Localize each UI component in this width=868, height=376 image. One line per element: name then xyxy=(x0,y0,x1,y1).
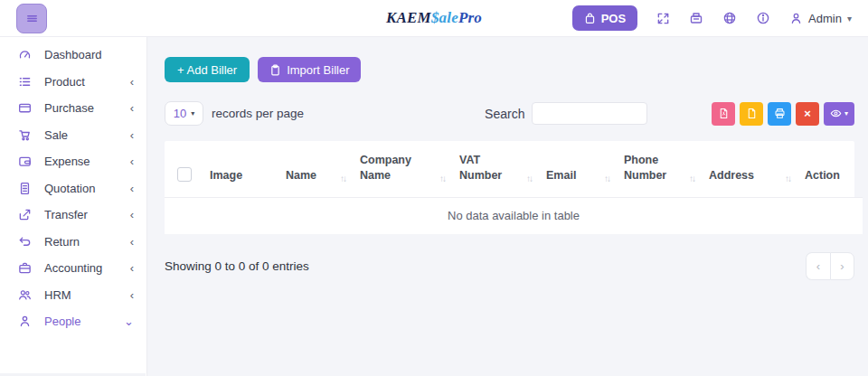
eye-icon xyxy=(830,108,842,119)
sidebar-item-purchase[interactable]: Purchase ‹ xyxy=(0,95,146,122)
sort-icon[interactable]: ↑↓ xyxy=(336,174,345,183)
search-zone: Search xyxy=(485,102,647,125)
top-header: KAEM$alePro POS xyxy=(0,0,868,37)
hamburger-icon xyxy=(25,12,39,25)
shopping-cart-icon xyxy=(18,128,33,142)
column-header-name[interactable]: Name↑↓ xyxy=(278,141,353,197)
sidebar-item-return[interactable]: Return ‹ xyxy=(0,229,146,256)
fullscreen-button[interactable] xyxy=(656,12,670,25)
select-all-checkbox[interactable] xyxy=(177,167,192,182)
chevron-left-icon: ‹ xyxy=(130,209,134,221)
column-header-phone-number[interactable]: Phone Number↑↓ xyxy=(617,141,702,197)
empty-table-row: No data available in table xyxy=(165,197,863,234)
caret-down-icon: ▾ xyxy=(844,109,848,118)
column-header-vat-number[interactable]: VAT Number↑↓ xyxy=(452,141,539,197)
column-label: Phone Number xyxy=(624,153,685,183)
column-header-action: Action xyxy=(797,141,863,197)
empty-message: No data available in table xyxy=(165,197,863,234)
sidebar-item-quotation[interactable]: Quotation ‹ xyxy=(0,175,146,202)
sidebar-item-product[interactable]: Product ‹ xyxy=(0,69,146,96)
sidebar-toggle-button[interactable] xyxy=(16,4,47,33)
credit-card-icon xyxy=(18,101,33,115)
column-label: Email xyxy=(546,168,576,183)
language-button[interactable] xyxy=(722,11,737,25)
sidebar-item-label: Dashboard xyxy=(44,48,134,61)
clipboard-icon xyxy=(269,64,281,76)
sort-icon[interactable]: ↑↓ xyxy=(600,174,609,183)
admin-label: Admin xyxy=(808,12,842,25)
billers-table: Image Name↑↓ Company Name↑↓ VAT Number↑↓… xyxy=(165,141,863,234)
pdf-file-icon xyxy=(718,108,730,119)
user-icon xyxy=(789,12,803,25)
main-content: + Add Biller Import Biller 10 ▾ records … xyxy=(148,37,868,376)
export-pdf-button[interactable] xyxy=(712,102,735,126)
close-icon: × xyxy=(804,107,811,120)
column-visibility-button[interactable]: ▾ xyxy=(824,102,854,126)
table-controls: 10 ▾ records per page Search xyxy=(165,101,854,126)
sidebar-item-dashboard[interactable]: Dashboard xyxy=(0,42,146,69)
add-biller-label: + Add Biller xyxy=(177,63,237,77)
person-icon xyxy=(18,315,33,328)
column-header-image: Image xyxy=(203,141,278,197)
pagination: ‹ › xyxy=(806,252,854,280)
pagination-prev-button[interactable]: ‹ xyxy=(806,252,830,280)
info-icon xyxy=(756,11,770,25)
cash-register-icon xyxy=(689,11,703,25)
file-icon xyxy=(746,108,758,119)
briefcase-icon xyxy=(18,261,33,275)
sidebar-item-sale[interactable]: Sale ‹ xyxy=(0,122,146,149)
sidebar-item-label: Return xyxy=(44,235,130,249)
sidebar: Dashboard Product ‹ Purchase ‹ Sale ‹ Ex… xyxy=(0,37,147,376)
column-label: Company Name xyxy=(360,153,436,183)
column-header-email[interactable]: Email↑↓ xyxy=(539,141,617,197)
sidebar-item-label: Accounting xyxy=(44,261,130,275)
sidebar-item-label: Sale xyxy=(44,128,130,142)
sidebar-item-transfer[interactable]: Transfer ‹ xyxy=(0,202,146,229)
export-buttons: × ▾ xyxy=(712,102,854,126)
chevron-down-icon: ▾ xyxy=(847,14,852,24)
search-label: Search xyxy=(485,107,524,121)
sort-icon[interactable]: ↑↓ xyxy=(781,174,790,183)
gauge-icon xyxy=(18,48,33,61)
pos-button[interactable]: POS xyxy=(572,5,637,31)
pos-button-label: POS xyxy=(601,12,626,25)
admin-menu[interactable]: Admin ▾ xyxy=(789,12,852,25)
table-footer: Showing 0 to 0 of 0 entries ‹ › xyxy=(165,252,854,280)
pagination-next-button[interactable]: › xyxy=(830,252,854,280)
import-biller-button[interactable]: Import Biller xyxy=(258,57,361,82)
chevron-left-icon: ‹ xyxy=(130,289,134,301)
chevron-left-icon: ‹ xyxy=(130,102,134,114)
page-size-select[interactable]: 10 ▾ xyxy=(165,101,203,126)
search-input[interactable] xyxy=(532,102,647,125)
sidebar-item-hrm[interactable]: HRM ‹ xyxy=(0,282,146,309)
share-icon xyxy=(18,208,33,221)
sidebar-item-people[interactable]: People ⌄ xyxy=(0,308,146,335)
chevron-down-icon: ⌄ xyxy=(124,315,134,327)
sidebar-item-accounting[interactable]: Accounting ‹ xyxy=(0,255,146,282)
print-button[interactable] xyxy=(768,102,791,126)
info-button[interactable] xyxy=(756,11,770,25)
chevron-left-icon: ‹ xyxy=(130,262,134,274)
column-header-address[interactable]: Address↑↓ xyxy=(702,141,797,197)
export-file-button[interactable] xyxy=(740,102,763,126)
chevron-left-icon: ‹ xyxy=(130,76,134,88)
delete-button[interactable]: × xyxy=(796,102,819,126)
billers-table-card: Image Name↑↓ Company Name↑↓ VAT Number↑↓… xyxy=(165,141,854,234)
table-header-row: Image Name↑↓ Company Name↑↓ VAT Number↑↓… xyxy=(165,141,863,197)
sidebar-item-label: Purchase xyxy=(44,101,130,115)
sort-icon[interactable]: ↑↓ xyxy=(523,174,532,183)
column-label: Image xyxy=(210,168,242,183)
logo-part-sale: $ale xyxy=(431,9,458,26)
sidebar-item-label: Expense xyxy=(44,155,130,168)
sidebar-item-label: Quotation xyxy=(44,182,130,195)
add-biller-button[interactable]: + Add Biller xyxy=(165,57,250,82)
sidebar-item-label: HRM xyxy=(44,288,130,302)
column-label: VAT Number xyxy=(459,153,523,183)
sidebar-item-expense[interactable]: Expense ‹ xyxy=(0,148,146,175)
cash-register-button[interactable] xyxy=(689,11,703,25)
column-header-company-name[interactable]: Company Name↑↓ xyxy=(353,141,452,197)
sort-icon[interactable]: ↑↓ xyxy=(436,174,445,183)
sort-icon[interactable]: ↑↓ xyxy=(685,174,694,183)
logo-part-kaem: KAEM xyxy=(386,9,431,26)
wallet-icon xyxy=(18,155,33,168)
